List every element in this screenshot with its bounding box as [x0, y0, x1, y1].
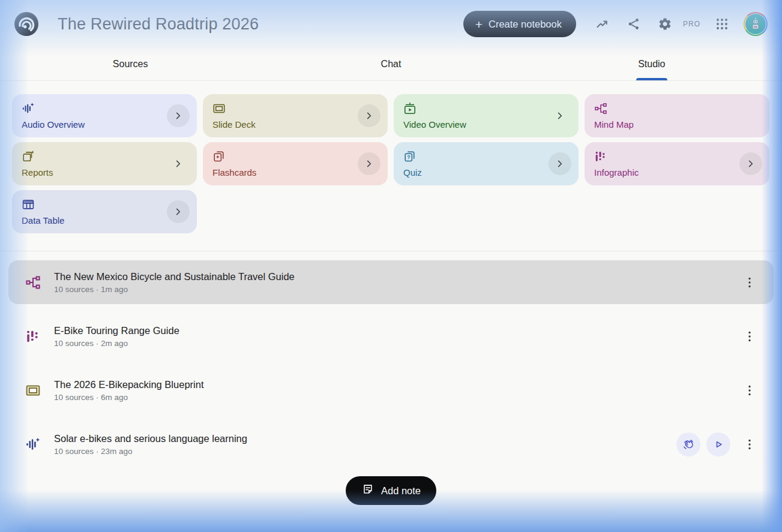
artifact-row-mind-map[interactable]: The New Mexico Bicycle and Sustainable T…	[8, 260, 774, 304]
slide-deck-icon	[212, 102, 226, 115]
open-infographic-chevron[interactable]	[739, 152, 762, 175]
active-tab-underline	[636, 78, 667, 80]
studio-tool-flashcards[interactable]: Flashcards	[203, 142, 388, 185]
tool-label: Slide Deck	[212, 119, 378, 130]
artifact-row-slide-deck[interactable]: The 2026 E-Bikepacking Blueprint 10 sour…	[8, 368, 774, 412]
artifact-meta: 10 sources · 1m ago	[54, 285, 736, 294]
svg-text:?: ?	[407, 154, 410, 160]
artifact-actions	[676, 432, 758, 456]
artifact-title: E-Bike Touring Range Guide	[54, 324, 736, 337]
tab-sources[interactable]: Sources	[0, 48, 260, 80]
artifact-row-audio-overview[interactable]: Solar e-bikes and serious language learn…	[8, 422, 774, 466]
slide-deck-icon	[25, 383, 41, 398]
studio-tool-reports[interactable]: Reports	[12, 142, 197, 185]
quiz-icon: ?	[403, 150, 417, 163]
artifact-actions	[736, 270, 758, 294]
infographic-icon	[25, 329, 41, 344]
open-reports-chevron[interactable]	[167, 152, 190, 175]
analytics-icon[interactable]	[589, 11, 616, 37]
artifact-meta: 10 sources · 23m ago	[54, 447, 676, 456]
note-icon	[361, 483, 374, 498]
more-options-icon[interactable]	[741, 270, 758, 294]
tool-label: Reports	[22, 167, 187, 178]
create-notebook-button[interactable]: + Create notebook	[463, 11, 576, 37]
more-options-icon[interactable]	[741, 432, 758, 456]
open-video-overview-chevron[interactable]	[549, 104, 571, 127]
artifact-text: The 2026 E-Bikepacking Blueprint 10 sour…	[54, 378, 736, 402]
tab-chat[interactable]: Chat	[260, 48, 521, 80]
avatar-robot-image	[745, 13, 766, 35]
share-icon[interactable]	[621, 11, 647, 37]
studio-tool-infographic[interactable]: Infographic	[585, 142, 769, 185]
video-overview-icon	[403, 102, 417, 115]
plus-icon: +	[475, 18, 483, 31]
notebook-title[interactable]: The Rewired Roadtrip 2026	[58, 15, 259, 34]
pro-badge: PRO	[683, 20, 700, 28]
studio-tool-audio-overview[interactable]: Audio Overview	[12, 94, 197, 137]
tab-studio-label: Studio	[638, 59, 665, 70]
studio-tools-panel: Audio Overview Slide Deck Video Overview…	[0, 81, 782, 233]
flashcards-icon	[212, 150, 226, 163]
open-quiz-chevron[interactable]	[549, 152, 571, 175]
open-data-table-chevron[interactable]	[167, 200, 190, 223]
studio-tool-mind-map[interactable]: Mind Map	[585, 94, 769, 137]
studio-tool-slide-deck[interactable]: Slide Deck	[203, 94, 388, 137]
artifact-title: Solar e-bikes and serious language learn…	[54, 432, 676, 445]
tab-chat-label: Chat	[381, 59, 402, 70]
open-slide-deck-chevron[interactable]	[358, 104, 380, 127]
more-options-icon[interactable]	[741, 378, 758, 402]
tool-label: Mind Map	[594, 119, 760, 130]
tab-sources-label: Sources	[113, 59, 148, 70]
app-header: The Rewired Roadtrip 2026 + Create noteb…	[0, 0, 782, 48]
artifact-actions	[736, 324, 758, 348]
google-apps-grid-icon[interactable]	[709, 11, 735, 37]
add-note-label: Add note	[381, 485, 421, 497]
tool-label: Infographic	[594, 167, 760, 178]
tool-label: Data Table	[22, 215, 187, 226]
artifact-meta: 10 sources · 2m ago	[54, 339, 736, 348]
studio-tool-data-table[interactable]: Data Table	[12, 190, 197, 233]
studio-artifacts-list: The New Mexico Bicycle and Sustainable T…	[0, 251, 782, 466]
add-note-area: Add note	[0, 476, 782, 505]
tool-label: Flashcards	[212, 167, 378, 178]
infographic-icon	[594, 150, 607, 163]
header-actions: + Create notebook PRO	[463, 11, 768, 37]
settings-gear-icon[interactable]	[652, 11, 678, 37]
studio-tool-quiz[interactable]: ? Quiz	[394, 142, 579, 185]
mind-map-icon	[594, 102, 607, 115]
artifact-text: E-Bike Touring Range Guide 10 sources · …	[54, 324, 736, 348]
panel-tabs: Sources Chat Studio	[0, 48, 782, 81]
user-avatar[interactable]	[744, 12, 768, 36]
artifact-row-infographic[interactable]: E-Bike Touring Range Guide 10 sources · …	[8, 314, 774, 358]
more-options-icon[interactable]	[741, 324, 758, 348]
mind-map-icon	[25, 275, 41, 290]
artifact-text: Solar e-bikes and serious language learn…	[54, 432, 676, 456]
tool-label: Video Overview	[403, 119, 569, 130]
studio-tool-video-overview[interactable]: Video Overview	[394, 94, 579, 137]
report-sparkle-icon	[22, 150, 35, 163]
data-table-icon	[22, 198, 35, 211]
tool-label: Audio Overview	[22, 119, 187, 130]
artifact-actions	[736, 378, 758, 402]
add-note-button[interactable]: Add note	[346, 476, 436, 505]
create-notebook-label: Create notebook	[489, 19, 562, 30]
tab-studio[interactable]: Studio	[522, 48, 782, 80]
artifact-title: The 2026 E-Bikepacking Blueprint	[54, 378, 736, 391]
audio-waveform-sparkle-icon	[22, 102, 35, 115]
play-icon[interactable]	[706, 432, 730, 456]
tool-label: Quiz	[403, 167, 569, 178]
audio-waveform-sparkle-icon	[25, 437, 41, 452]
artifact-title: The New Mexico Bicycle and Sustainable T…	[54, 270, 736, 283]
interactive-mode-icon[interactable]	[676, 432, 700, 456]
open-audio-overview-chevron[interactable]	[167, 104, 190, 127]
notebooklm-logo-icon[interactable]	[14, 12, 38, 36]
artifact-meta: 10 sources · 6m ago	[54, 393, 736, 402]
artifact-text: The New Mexico Bicycle and Sustainable T…	[54, 270, 736, 294]
open-flashcards-chevron[interactable]	[358, 152, 380, 175]
